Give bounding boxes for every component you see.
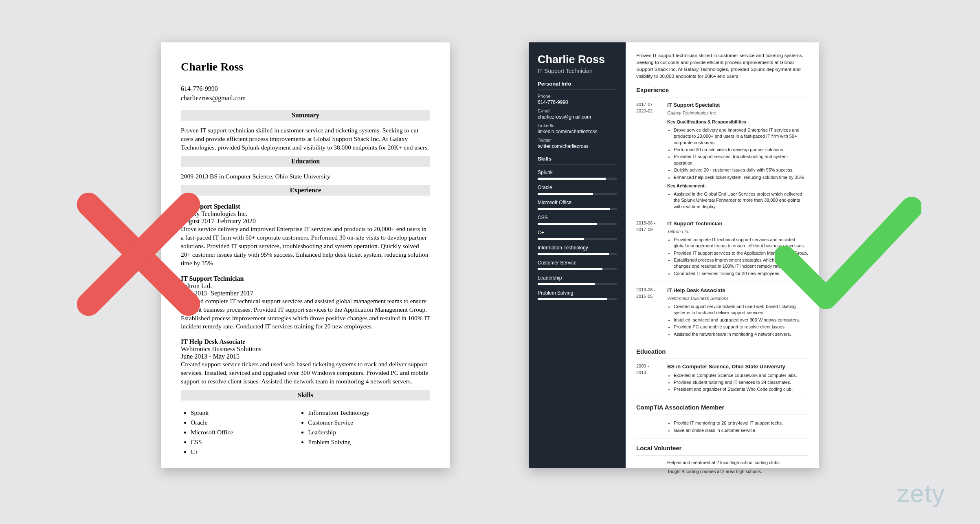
email: charliezross@gmail.com (181, 93, 430, 103)
skill-item: Leadership (308, 427, 369, 437)
job-bullet: Installed, serviced and upgraded over 30… (674, 317, 808, 323)
edu-bullet: Provided student tutoring and IT service… (674, 379, 808, 385)
edu-bullet: President and organizer of Students Who … (674, 386, 808, 392)
job-bullet: Created support service tickets and used… (674, 304, 808, 316)
vol-line: Taught 4 coding courses at 2 area high s… (667, 469, 808, 475)
education-text: 2009-2013 BS in Computer Science, Ohio S… (181, 172, 430, 181)
section-skills-bar: Skills (181, 390, 430, 401)
linkedin-value: linkedin.com/in/charliezross (538, 129, 617, 134)
job-company: Webtronics Business Solutions (181, 346, 430, 353)
email-label: E-mail (538, 108, 617, 113)
linkedin-label: LinkedIn (538, 123, 617, 128)
job-company: Teltron Ltd. (181, 282, 430, 290)
twitter-label: Twitter (538, 138, 617, 143)
job-bullet: Quickly solved 20+ customer issues daily… (674, 167, 808, 173)
skill-name: Customer Service (538, 260, 617, 266)
job-bullet: Assisted in the Global End User Services… (674, 191, 808, 210)
phone-value: 614-776-9990 (538, 99, 617, 105)
contact-block: 614-776-9990 charliezross@gmail.com (181, 84, 430, 103)
skill-item: Microsoft Office (191, 427, 233, 437)
summary-text: Proven IT support technician skilled in … (636, 52, 808, 80)
job-dates: 2017-07 - 2020-02 (636, 101, 660, 211)
skill-row: Splunk (538, 170, 617, 180)
association-entry: Provide IT mentoring to 20 entry-level I… (636, 418, 808, 439)
skill-item: Customer Service (308, 418, 369, 427)
job-dates: 2013-06 - 2015-05 (636, 287, 660, 338)
job-bullet: Enhanced help desk ticket system, reduci… (674, 174, 808, 181)
job-dates: 2015-06 - 2017-09 (636, 220, 660, 277)
skill-row: Leadership (538, 275, 617, 285)
education-dates: 2009 - 2013 (636, 363, 660, 394)
vol-line: Helped and mentored at 2 local high scho… (667, 460, 808, 466)
skill-row: Information Technology (538, 245, 617, 255)
job-block: IT Help Desk Associate Webtronics Busine… (181, 338, 430, 386)
section-summary-bar: Summary (181, 110, 430, 121)
job-dates: June 2013 - May 2015 (181, 353, 430, 360)
job-bullet: Conducted IT services training for 20 ne… (674, 271, 808, 277)
volunteer-heading: Local Volunteer (636, 444, 808, 456)
job-dates: August 2017–February 2020 (181, 218, 430, 225)
skill-name: C+ (538, 230, 617, 236)
skill-item: CSS (191, 437, 233, 447)
resume-bad: Charlie Ross 614-776-9990 charliezross@g… (161, 42, 450, 468)
job-title: IT Support Technician (181, 275, 430, 282)
skills-columns: SplunkOracleMicrosoft OfficeCSSC+ Inform… (181, 406, 430, 457)
twitter-value: twitter.com/charliezross (538, 143, 617, 149)
skill-name: Splunk (538, 170, 617, 175)
job-dates: June 2015–September 2017 (181, 290, 430, 297)
skill-item: C+ (191, 447, 233, 457)
skill-item: Oracle (191, 418, 233, 427)
education-title: BS in Computer Science, Ohio State Unive… (667, 363, 808, 371)
job-company: Galaxy Technologies Inc. (181, 210, 430, 218)
volunteer-entry: Helped and mentored at 2 local high scho… (636, 460, 808, 482)
skill-name: Oracle (538, 185, 617, 190)
job-block: IT Support Specialist Galaxy Technologie… (181, 203, 430, 268)
job-title: IT Help Desk Associate (181, 338, 430, 346)
job-bullet: Performed 30 on-site visits to develop p… (674, 147, 808, 153)
education-heading: Education (636, 347, 808, 359)
edu-bullet: Excelled in Computer Science coursework … (674, 372, 808, 379)
job-bullet: Assisted the network team in monitoring … (674, 331, 808, 337)
section-experience-bar: Experience (181, 185, 430, 196)
main-column: Proven IT support technician skilled in … (626, 42, 819, 468)
job-entry: 2013-06 - 2015-05 IT Help Desk Associate… (636, 287, 808, 342)
skill-name: Information Technology (538, 245, 617, 251)
job-entry: 2017-07 - 2020-02 IT Support Specialist … (636, 101, 808, 215)
skill-name: Microsoft Office (538, 200, 617, 205)
association-heading: CompTIA Association Member (636, 403, 808, 415)
resume-good: Charlie Ross IT Support Technician Perso… (529, 42, 819, 468)
job-company: Teltron Ltd. (667, 229, 808, 235)
brand-watermark: zety (897, 479, 945, 508)
job-bullet: Provided IT support services, troublesho… (674, 154, 808, 166)
job-title: IT Support Specialist (181, 203, 430, 210)
email-value: charliezross@gmail.com (538, 114, 617, 120)
phone: 614-776-9990 (181, 84, 430, 93)
skill-bar (538, 178, 617, 180)
personal-info-heading: Personal Info (538, 81, 617, 90)
skill-row: Oracle (538, 185, 617, 195)
skill-row: Customer Service (538, 260, 617, 270)
skill-bar (538, 268, 617, 270)
job-body: Drove service delivery and improved Ente… (181, 225, 430, 268)
sidebar: Charlie Ross IT Support Technician Perso… (529, 42, 626, 468)
skill-row: CSS (538, 215, 617, 225)
skill-name: CSS (538, 215, 617, 220)
job-subheading: Key Achievement: (667, 183, 808, 189)
assoc-bullet: Gave an online class in customer service… (674, 427, 808, 434)
job-body: Created support service tickets and used… (181, 360, 430, 386)
job-company: Galaxy Technologies Inc. (667, 110, 808, 117)
role: IT Support Technician (538, 68, 617, 74)
skill-bar (538, 193, 617, 195)
summary-text: Proven IT support technician skilled in … (181, 126, 430, 152)
job-bullet: Provided IT support services to the Appl… (674, 250, 808, 256)
skill-item: Information Technology (308, 408, 369, 418)
skill-row: Problem Solving (538, 290, 617, 300)
skill-bar (538, 298, 617, 300)
skill-name: Leadership (538, 275, 617, 281)
skills-heading: Skills (538, 156, 617, 165)
section-education-bar: Education (181, 156, 430, 167)
job-company: Webtronics Business Solutions (667, 295, 808, 302)
skill-bar (538, 238, 617, 240)
skill-item: Splunk (191, 408, 233, 418)
job-bullet: Drove service delivery and improved Ente… (674, 127, 808, 146)
